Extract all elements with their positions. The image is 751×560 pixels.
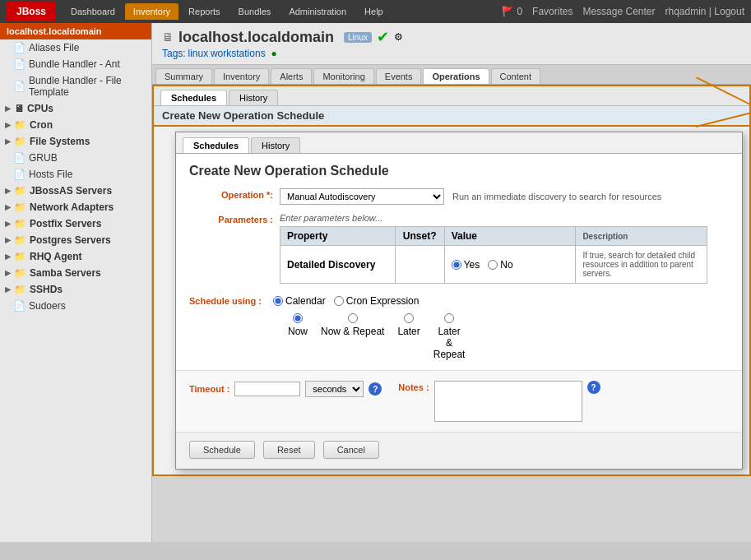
timing-now-radio[interactable] (293, 313, 303, 323)
notes-help-icon[interactable]: ? (587, 381, 600, 394)
expand-arrow: ▶ (5, 236, 11, 244)
form-title: Create New Operation Schedule (189, 164, 729, 178)
user-info: 🚩 0 Favorites Message Center rhqadmin | … (502, 6, 744, 17)
timeout-input[interactable] (234, 382, 300, 396)
host-tab-bar: Summary Inventory Alerts Monitoring Even… (152, 65, 751, 85)
folder-icon: 📁 (14, 201, 26, 213)
content-area: 🖥 localhost.localdomain Linux ✔ ⚙ Tags: … (152, 23, 751, 542)
sidebar-item-aliases[interactable]: 📄 Aliases File (0, 39, 151, 56)
sidebar-item-rhq[interactable]: ▶ 📁 RHQ Agent (0, 248, 151, 265)
timeout-unit-select[interactable]: seconds minutes hours (305, 381, 364, 397)
folder-icon: 📁 (14, 284, 26, 295)
tag-linux[interactable]: linux (188, 48, 208, 59)
file-icon: 📄 (13, 169, 25, 180)
folder-icon: 📁 (14, 136, 26, 147)
parameters-row: Parameters : Enter parameters below... P… (189, 213, 729, 284)
nav-dashboard[interactable]: Dashboard (63, 3, 123, 20)
nav-reports[interactable]: Reports (180, 3, 229, 20)
settings-icon[interactable]: ⚙ (394, 31, 403, 43)
sidebar-item-postgres[interactable]: ▶ 📁 Postgres Servers (0, 232, 151, 248)
schedule-using-label: Schedule using : (189, 296, 262, 306)
expand-arrow: ▶ (5, 187, 11, 195)
sidebar-item-jbossas[interactable]: ▶ 📁 JBossAS Servers (0, 183, 151, 199)
tab-monitoring[interactable]: Monitoring (313, 68, 373, 84)
sidebar-item-cpus[interactable]: ▶ 🖥 CPUs (0, 100, 151, 117)
radio-no-label[interactable]: No (488, 259, 512, 271)
sidebar-item-bundle-ant[interactable]: 📄 Bundle Handler - Ant (0, 56, 151, 72)
timing-later-radio[interactable] (404, 313, 414, 323)
sidebar-item-samba[interactable]: ▶ 📁 Samba Servers (0, 265, 151, 281)
radio-no[interactable] (488, 260, 498, 270)
table-row: Detailed Discovery Yes (280, 246, 707, 284)
sidebar-item-grub[interactable]: 📄 GRUB (0, 150, 151, 166)
timing-now-label: Now (288, 326, 308, 337)
description-cell: If true, search for detailed child resou… (576, 246, 707, 284)
parameters-label: Parameters : (189, 215, 280, 224)
message-center-link[interactable]: Message Center (582, 6, 655, 17)
tab-content[interactable]: Content (491, 68, 541, 84)
col-description: Description (576, 227, 707, 246)
expand-arrow: ▶ (5, 252, 11, 261)
tab-inventory[interactable]: Inventory (214, 68, 269, 84)
cancel-button[interactable]: Cancel (323, 441, 379, 459)
timing-later: Later (397, 313, 420, 337)
folder-icon: 📁 (14, 185, 26, 197)
timeout-help-icon[interactable]: ? (369, 382, 382, 396)
folder-icon: 📁 (14, 119, 26, 131)
operation-select[interactable]: Manual AutodiscoveryDetailed Discovery (280, 188, 444, 205)
form-section: Create New Operation Schedule Operation … (176, 154, 742, 370)
radio-yes[interactable] (452, 260, 461, 270)
user-display: rhqadmin | Logout (665, 6, 744, 17)
tag-indicator: ● (271, 48, 276, 59)
nav-bundles[interactable]: Bundles (230, 3, 280, 20)
favorites-button[interactable]: Favorites (532, 6, 573, 17)
col-property: Property (280, 227, 396, 246)
sidebar-item-network[interactable]: ▶ 📁 Network Adapters (0, 199, 151, 215)
parameters-content: Enter parameters below... Property Unset… (280, 213, 707, 284)
parameters-table: Property Unset? Value Description (280, 226, 707, 284)
radio-yes-label[interactable]: Yes (452, 259, 480, 271)
sidebar-item-sshhds[interactable]: ▶ 📁 SSHDs (0, 281, 151, 298)
schedule-calendar-label[interactable]: Calendar (273, 295, 326, 307)
tab-events[interactable]: Events (376, 68, 422, 84)
nav-inventory[interactable]: Inventory (125, 3, 178, 20)
tab-operations[interactable]: Operations (423, 68, 489, 84)
outer-schedules-tab[interactable]: Schedules (160, 90, 227, 105)
outer-history-tab[interactable]: History (229, 90, 278, 105)
operation-description: Run an immediate discovery to search for… (452, 192, 661, 201)
sidebar-item-bundle-file[interactable]: 📄 Bundle Handler - File Template (0, 72, 151, 100)
notes-textarea[interactable] (434, 381, 582, 422)
reset-button[interactable]: Reset (263, 441, 315, 459)
sidebar-item-postfix[interactable]: ▶ 📁 Postfix Servers (0, 215, 151, 232)
parameters-hint: Enter parameters below... (280, 213, 707, 223)
tab-summary[interactable]: Summary (155, 68, 212, 84)
schedule-calendar-radio[interactable] (273, 296, 283, 306)
timing-now-repeat-radio[interactable] (348, 313, 358, 323)
operation-select-wrap: Manual AutodiscoveryDetailed Discovery R… (280, 188, 661, 205)
timeout-section: Timeout : seconds minutes hours ? (189, 381, 382, 397)
sidebar-item-filesystems[interactable]: ▶ 📁 File Systems (0, 133, 151, 150)
schedule-cron-label[interactable]: Cron Expression (334, 295, 420, 307)
timing-later-repeat-radio[interactable] (444, 313, 454, 323)
sidebar-item-cron[interactable]: ▶ 📁 Cron (0, 117, 151, 133)
sidebar-header: localhost.localdomain (0, 23, 151, 39)
expand-arrow: ▶ (5, 104, 11, 113)
sidebar-item-sudoers[interactable]: 📄 Sudoers (0, 298, 151, 314)
tag-workstations[interactable]: workstations (211, 48, 266, 59)
modal-schedules-tab[interactable]: Schedules (183, 137, 249, 153)
nav-help[interactable]: Help (356, 3, 392, 20)
timing-row: Now Now & Repeat Later (288, 313, 729, 360)
schedule-button[interactable]: Schedule (189, 441, 255, 459)
timeout-label: Timeout : (189, 384, 229, 394)
unset-cell (395, 246, 444, 284)
schedule-cron-radio[interactable] (334, 296, 344, 306)
value-cell: Yes No (444, 246, 576, 284)
nav-administration[interactable]: Administration (280, 3, 355, 20)
file-icon: 📄 (13, 58, 25, 70)
expand-arrow: ▶ (5, 121, 11, 129)
modal-history-tab[interactable]: History (251, 137, 300, 153)
tab-alerts[interactable]: Alerts (271, 68, 312, 84)
timing-now-repeat-label: Now & Repeat (321, 326, 384, 337)
operation-label: Operation *: (189, 190, 280, 200)
sidebar-item-hosts[interactable]: 📄 Hosts File (0, 166, 151, 183)
